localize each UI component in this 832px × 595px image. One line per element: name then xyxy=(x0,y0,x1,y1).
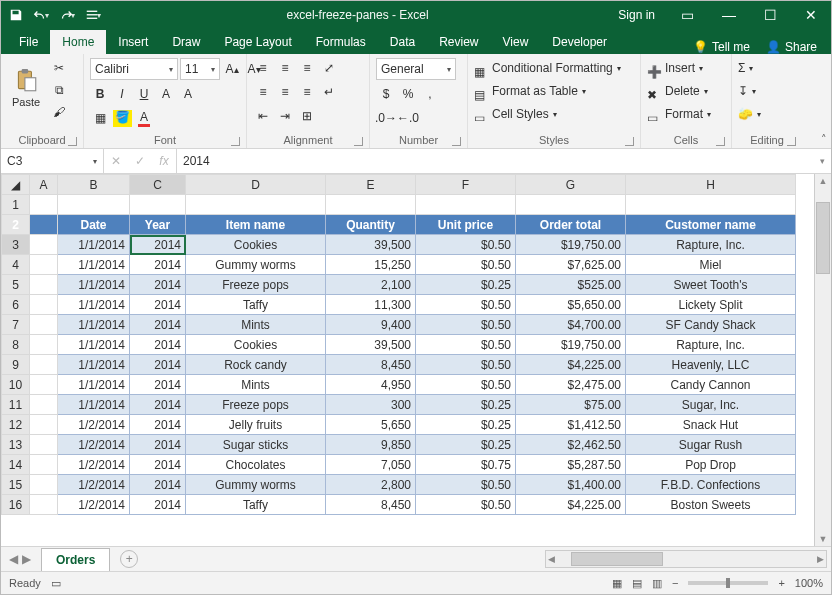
cell[interactable] xyxy=(30,475,58,495)
cell[interactable]: $4,225.00 xyxy=(516,495,626,515)
zoom-level[interactable]: 100% xyxy=(795,577,823,589)
row-header[interactable]: 8 xyxy=(2,335,30,355)
fx-icon[interactable]: fx xyxy=(152,154,176,168)
cell[interactable] xyxy=(30,215,58,235)
delete-cells-button[interactable]: ✖Delete▾ xyxy=(647,81,708,102)
cell[interactable] xyxy=(30,355,58,375)
cell[interactable]: 8,450 xyxy=(326,355,416,375)
cut-icon[interactable]: ✂ xyxy=(49,58,69,78)
cell[interactable]: $7,625.00 xyxy=(516,255,626,275)
cell[interactable]: Gummy worms xyxy=(186,475,326,495)
cell[interactable]: $4,700.00 xyxy=(516,315,626,335)
cell[interactable]: 2014 xyxy=(130,475,186,495)
wrap-text-icon[interactable]: ↵ xyxy=(319,82,339,102)
cell[interactable]: 2014 xyxy=(130,235,186,255)
zoom-slider-thumb[interactable] xyxy=(726,578,730,588)
cell[interactable]: 2014 xyxy=(130,495,186,515)
cell[interactable]: 300 xyxy=(326,395,416,415)
format-as-table-button[interactable]: ▤Format as Table▾ xyxy=(474,81,586,102)
row-header[interactable]: 13 xyxy=(2,435,30,455)
cell[interactable]: 1/2/2014 xyxy=(58,475,130,495)
save-icon[interactable] xyxy=(9,8,23,22)
cell[interactable]: 1/1/2014 xyxy=(58,315,130,335)
maximize-icon[interactable]: ☐ xyxy=(750,1,791,29)
cell[interactable] xyxy=(30,435,58,455)
currency-icon[interactable]: $ xyxy=(376,84,396,104)
view-normal-icon[interactable]: ▦ xyxy=(612,577,622,590)
column-header-G[interactable]: G xyxy=(516,175,626,195)
vertical-scrollbar[interactable]: ▲ ▼ xyxy=(814,174,831,546)
cell[interactable]: 8,450 xyxy=(326,495,416,515)
scroll-right-icon[interactable]: ▶ xyxy=(817,554,824,564)
cell[interactable]: 11,300 xyxy=(326,295,416,315)
cell[interactable]: 2014 xyxy=(130,435,186,455)
font-size-grow-icon[interactable]: A xyxy=(156,84,176,104)
cell-styles-button[interactable]: ▭Cell Styles▾ xyxy=(474,104,557,125)
scroll-down-icon[interactable]: ▼ xyxy=(819,534,828,544)
cell[interactable]: 5,650 xyxy=(326,415,416,435)
cell[interactable]: $0.50 xyxy=(416,355,516,375)
zoom-in-icon[interactable]: + xyxy=(778,577,784,589)
cell[interactable]: $0.50 xyxy=(416,475,516,495)
cell[interactable]: $75.00 xyxy=(516,395,626,415)
merge-center-icon[interactable]: ⊞ xyxy=(297,106,317,126)
sheet-tab-orders[interactable]: Orders xyxy=(41,548,110,571)
cell[interactable]: $19,750.00 xyxy=(516,335,626,355)
cell[interactable]: 2,800 xyxy=(326,475,416,495)
scroll-left-icon[interactable]: ◀ xyxy=(548,554,555,564)
cell[interactable]: $525.00 xyxy=(516,275,626,295)
cell[interactable]: 1/1/2014 xyxy=(58,255,130,275)
cell[interactable]: 2014 xyxy=(130,455,186,475)
sign-in-button[interactable]: Sign in xyxy=(606,1,667,29)
row-header[interactable]: 1 xyxy=(2,195,30,215)
tab-data[interactable]: Data xyxy=(378,30,427,54)
column-header-A[interactable]: A xyxy=(30,175,58,195)
close-icon[interactable]: ✕ xyxy=(791,1,831,29)
cell[interactable]: $0.25 xyxy=(416,275,516,295)
cell[interactable] xyxy=(30,335,58,355)
add-sheet-button[interactable]: + xyxy=(120,550,138,568)
cell[interactable]: $1,400.00 xyxy=(516,475,626,495)
cell[interactable] xyxy=(30,295,58,315)
cell[interactable] xyxy=(626,195,796,215)
cell[interactable]: Miel xyxy=(626,255,796,275)
name-box[interactable]: C3▾ xyxy=(1,149,104,173)
comma-icon[interactable]: , xyxy=(420,84,440,104)
cell[interactable]: 2014 xyxy=(130,395,186,415)
cell[interactable]: 39,500 xyxy=(326,235,416,255)
column-header-C[interactable]: C xyxy=(130,175,186,195)
row-header[interactable]: 11 xyxy=(2,395,30,415)
align-bottom-icon[interactable]: ≡ xyxy=(297,58,317,78)
cell[interactable]: 1/1/2014 xyxy=(58,275,130,295)
cell[interactable]: $0.75 xyxy=(416,455,516,475)
cell[interactable]: $5,287.50 xyxy=(516,455,626,475)
cell[interactable]: 1/1/2014 xyxy=(58,375,130,395)
cell[interactable] xyxy=(30,235,58,255)
cell[interactable]: 1/1/2014 xyxy=(58,355,130,375)
tab-file[interactable]: File xyxy=(7,30,50,54)
cell[interactable]: Sugar Rush xyxy=(626,435,796,455)
table-header-cell[interactable]: Quantity xyxy=(326,215,416,235)
cell[interactable]: 2014 xyxy=(130,335,186,355)
cell[interactable] xyxy=(30,495,58,515)
cell[interactable]: $2,475.00 xyxy=(516,375,626,395)
customize-qat-icon[interactable]: ▾ xyxy=(85,8,101,22)
increase-indent-icon[interactable]: ⇥ xyxy=(275,106,295,126)
cell[interactable] xyxy=(58,195,130,215)
cell[interactable]: Boston Sweets xyxy=(626,495,796,515)
insert-cells-button[interactable]: ➕Insert▾ xyxy=(647,58,703,79)
decrease-decimal-icon[interactable]: ←.0 xyxy=(398,108,418,128)
italic-icon[interactable]: I xyxy=(112,84,132,104)
cell[interactable]: Mints xyxy=(186,315,326,335)
cell[interactable]: SF Candy Shack xyxy=(626,315,796,335)
minimize-icon[interactable]: — xyxy=(708,1,750,29)
cell[interactable] xyxy=(30,315,58,335)
cell[interactable]: Taffy xyxy=(186,295,326,315)
table-header-cell[interactable]: Date xyxy=(58,215,130,235)
cell[interactable]: 2014 xyxy=(130,355,186,375)
cell[interactable]: 2014 xyxy=(130,315,186,335)
clear-button[interactable]: 🧽▾ xyxy=(738,104,761,125)
table-header-cell[interactable]: Item name xyxy=(186,215,326,235)
cell[interactable]: Sweet Tooth's xyxy=(626,275,796,295)
cell[interactable]: $0.50 xyxy=(416,375,516,395)
